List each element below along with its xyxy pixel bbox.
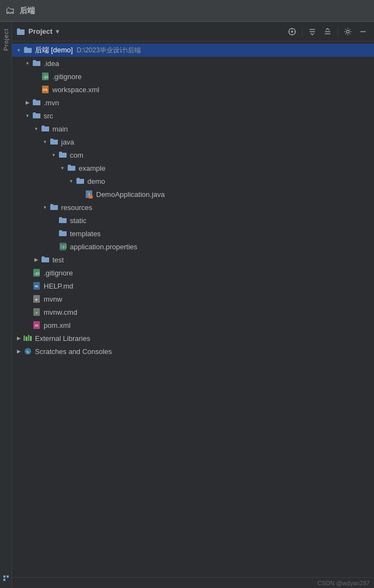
tree-item-root[interactable]: ▾ 后端 [demo] D:\2023毕业设计\后端: [12, 44, 374, 57]
tree-item-pomxml[interactable]: m pom.xml: [12, 319, 374, 332]
tree-item-demoapplication[interactable]: J DemoApplication.java: [12, 188, 374, 201]
toolbar-dropdown-arrow[interactable]: ▾: [56, 27, 60, 35]
svg-rect-38: [28, 335, 29, 341]
svg-rect-24: [63, 245, 64, 249]
folder-icon-templates: [58, 229, 68, 238]
tree-item-mvnwcmd[interactable]: ≡ mvnw.cmd: [12, 305, 374, 319]
tree-item-gitignore-root[interactable]: .gi .gitignore: [12, 266, 374, 279]
tree-item-main[interactable]: ▾ main: [12, 122, 374, 135]
svg-text:.gi: .gi: [42, 75, 49, 79]
tree-item-demo[interactable]: ▾ demo: [12, 175, 374, 188]
svg-rect-23: [61, 244, 62, 249]
folder-icon-demo: [75, 177, 85, 185]
label-demoapplication: DemoApplication.java: [96, 190, 165, 199]
folder-icon-static: [58, 216, 68, 225]
title-bar: 🗂 后端: [0, 0, 374, 22]
tree-item-workspace[interactable]: XML workspace.xml: [12, 83, 374, 96]
tree-item-helpmd[interactable]: MD HELP.md: [12, 279, 374, 292]
folder-icon-toolbar: [16, 28, 25, 35]
sidebar-bottom-btn[interactable]: [1, 573, 11, 584]
folder-icon-main: [40, 124, 50, 133]
label-gitignore-idea: .gitignore: [52, 73, 81, 81]
label-templates: templates: [70, 230, 100, 238]
sidebar-strip: Project: [0, 22, 12, 588]
icon-helpmd: MD: [32, 281, 41, 290]
toolbar-collapse-btn[interactable]: [306, 25, 319, 38]
icon-workspace: XML: [40, 85, 50, 94]
arrow-java: ▾: [40, 137, 49, 146]
folder-icon-com: [58, 151, 68, 159]
tree-item-test[interactable]: ▶ test: [12, 253, 374, 266]
label-mvn: .mvn: [44, 99, 59, 107]
arrow-scratches: ▶: [14, 347, 23, 356]
arrow-mvn: ▶: [23, 98, 32, 107]
arrow-extlibs: ▶: [14, 334, 23, 343]
toolbar-divider-1: [302, 27, 302, 37]
tree-item-static[interactable]: static: [12, 214, 374, 227]
footer: CSDN @wdyan297: [12, 577, 374, 588]
panel-title-area: Project ▾: [16, 27, 282, 35]
svg-text:J: J: [88, 192, 90, 196]
toolbar-settings-btn[interactable]: [341, 25, 354, 38]
svg-text:.gi: .gi: [33, 271, 40, 275]
arrow-example: ▾: [58, 164, 67, 172]
toolbar-expand-btn[interactable]: [321, 25, 334, 38]
toolbar-title: Project: [28, 27, 52, 35]
tree-item-com[interactable]: ▾ com: [12, 148, 374, 161]
toolbar-actions: [286, 25, 370, 38]
tree-item-example[interactable]: ▾ example: [12, 161, 374, 175]
tree-item-resources[interactable]: ▾ resources: [12, 201, 374, 214]
tree-item-appprops[interactable]: application.properties: [12, 240, 374, 253]
label-example: example: [79, 164, 105, 172]
svg-text:≡: ≡: [35, 311, 37, 314]
svg-text:m: m: [35, 322, 39, 328]
toolbar-divider-2: [337, 27, 338, 37]
label-helpmd: HELP.md: [44, 282, 73, 290]
root-label: 后端 [demo] D:\2023毕业设计\后端: [35, 45, 141, 55]
tree-item-mvn[interactable]: ▶ .mvn: [12, 96, 374, 109]
main-panel: Project ▾: [12, 22, 374, 588]
tree-item-src[interactable]: ▾ src: [12, 109, 374, 122]
arrow-com: ▾: [49, 151, 58, 159]
svg-point-13: [347, 30, 349, 33]
folder-icon-idea: [32, 59, 41, 68]
svg-text:▶: ▶: [35, 297, 38, 301]
tree-item-java[interactable]: ▾ java: [12, 135, 374, 148]
tree-item-idea[interactable]: ▾ .idea: [12, 57, 374, 70]
icon-gitignore-root: .gi: [32, 268, 41, 277]
tree-item-extlibs[interactable]: ▶ External Libraries: [12, 332, 374, 345]
label-mvnw: mvnw: [44, 295, 62, 303]
svg-rect-37: [26, 337, 27, 341]
tree-item-mvnw[interactable]: ▶ mvnw: [12, 292, 374, 305]
arrow-demo: ▾: [67, 177, 75, 185]
label-java: java: [61, 138, 74, 146]
svg-text:XML: XML: [43, 88, 49, 92]
label-mvnwcmd: mvnw.cmd: [44, 308, 77, 316]
arrow-src: ▾: [23, 111, 32, 120]
title-icon: 🗂: [5, 5, 15, 16]
toolbar-locate-btn[interactable]: [286, 25, 299, 38]
toolbar-minimize-btn[interactable]: [357, 25, 370, 38]
folder-icon-mvn: [32, 98, 41, 107]
folder-icon-src: [32, 111, 41, 120]
icon-appprops: [58, 242, 68, 251]
svg-rect-36: [23, 335, 25, 341]
tree-item-templates[interactable]: templates: [12, 227, 374, 240]
file-tree: ▾ 后端 [demo] D:\2023毕业设计\后端 ▾ .idea: [12, 41, 374, 577]
label-com: com: [70, 151, 84, 159]
label-test: test: [52, 256, 64, 264]
svg-rect-1: [7, 575, 9, 578]
icon-scratches: ✎: [23, 347, 33, 356]
icon-mvnwcmd: ≡: [32, 308, 41, 316]
folder-icon-test: [40, 255, 50, 264]
arrow-root: ▾: [14, 46, 23, 55]
svg-point-8: [291, 31, 293, 33]
tree-item-gitignore-idea[interactable]: .gi .gitignore: [12, 70, 374, 83]
label-idea: .idea: [44, 59, 59, 68]
icon-pomxml: m: [32, 321, 41, 329]
label-resources: resources: [61, 203, 92, 212]
icon-mvnw: ▶: [32, 295, 41, 303]
svg-rect-2: [3, 579, 5, 581]
label-main: main: [52, 125, 68, 133]
tree-item-scratches[interactable]: ▶ ✎ Scratches and Consoles: [12, 345, 374, 358]
